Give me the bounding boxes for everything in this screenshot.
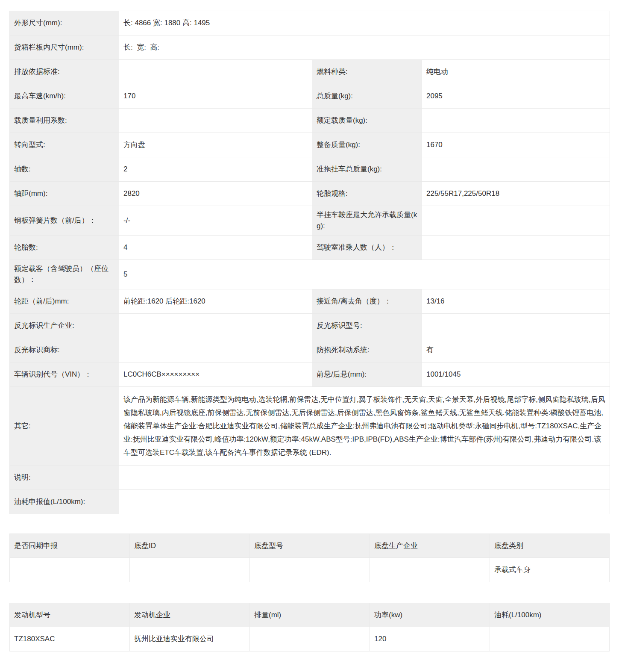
- spec-label: 半挂车鞍座最大允许承载质量(kg):: [312, 206, 422, 236]
- spec-label: 载质量利用系数:: [10, 109, 119, 133]
- table-cell: 抚州比亚迪实业有限公司: [130, 627, 250, 651]
- spec-label: 整备质量(kg):: [312, 133, 422, 157]
- engine-table: 发动机型号 发动机企业 排量(ml) 功率(kw) 油耗(L/100km) TZ…: [9, 603, 610, 651]
- column-header: 底盘型号: [250, 534, 370, 558]
- table-row: 轴距(mm): 2820 轮胎规格: 225/55R17,225/50R18: [10, 182, 610, 206]
- table-row-other: 其它: 该产品为新能源车辆,新能源类型为纯电动,选装轮辋,前保雷达,无中位置灯,…: [10, 387, 610, 466]
- spec-label: 额定载质量(kg):: [312, 109, 422, 133]
- spec-label: 说明:: [10, 466, 119, 490]
- spec-label: 前悬/后悬(mm):: [312, 363, 422, 387]
- spec-value: [422, 109, 610, 133]
- spec-label: 轮距（前/后)mm:: [10, 289, 119, 314]
- table-row: 最高车速(km/h): 170 总质量(kg): 2095: [10, 84, 610, 109]
- spec-label: 钢板弹簧片数（前/后）：: [10, 206, 119, 236]
- spec-value: LC0CH6CB×××××××××: [119, 363, 312, 387]
- spec-value: 170: [119, 84, 312, 109]
- spec-label: 防抱死制动系统:: [312, 338, 422, 363]
- column-header: 油耗(L/100km): [490, 603, 610, 627]
- table-row: 钢板弹簧片数（前/后）： -/- 半挂车鞍座最大允许承载质量(kg):: [10, 206, 610, 236]
- spec-value: [422, 157, 610, 182]
- spec-label: 驾驶室准乘人数（人）：: [312, 236, 422, 260]
- table-row: 油耗申报值(L/100km):: [10, 490, 610, 514]
- spec-value: 长: 宽: 高:: [119, 35, 610, 60]
- spec-value: 4: [119, 236, 312, 260]
- spec-value: 2095: [422, 84, 610, 109]
- spec-label: 额定载客（含驾驶员）（座位数）：: [10, 260, 119, 289]
- spec-value: 2: [119, 157, 312, 182]
- spec-value: 方向盘: [119, 133, 312, 157]
- table-row: TZ180XSAC 抚州比亚迪实业有限公司 120: [10, 627, 610, 651]
- spec-label: 反光标识商标:: [10, 338, 119, 363]
- spec-label: 车辆识别代号（VIN）：: [10, 363, 119, 387]
- spec-label: 轮胎数:: [10, 236, 119, 260]
- table-cell: [250, 558, 370, 582]
- spec-label: 外形尺寸(mm):: [10, 11, 119, 35]
- table-cell: [490, 627, 610, 651]
- table-cell: TZ180XSAC: [10, 627, 130, 651]
- spec-label: 轴距(mm):: [10, 182, 119, 206]
- spec-value: [422, 206, 610, 236]
- spec-value: 13/16: [422, 289, 610, 314]
- spec-label: 油耗申报值(L/100km):: [10, 490, 119, 514]
- spec-value: 有: [422, 338, 610, 363]
- spec-value: 纯电动: [422, 60, 610, 84]
- table-cell: [130, 558, 250, 582]
- table-row: 轮胎数: 4 驾驶室准乘人数（人）：: [10, 236, 610, 260]
- spec-label: 反光标识生产企业:: [10, 314, 119, 338]
- table-row: 货箱栏板内尺寸(mm): 长: 宽: 高:: [10, 35, 610, 60]
- table-header-row: 发动机型号 发动机企业 排量(ml) 功率(kw) 油耗(L/100km): [10, 603, 610, 627]
- spec-value: 1001/1045: [422, 363, 610, 387]
- column-header: 底盘生产企业: [370, 534, 490, 558]
- spec-value: [119, 490, 610, 514]
- table-cell: 承载式车身: [490, 558, 610, 582]
- spec-value: 1670: [422, 133, 610, 157]
- table-cell: [370, 558, 490, 582]
- column-header: 功率(kw): [370, 603, 490, 627]
- spec-label: 轴数:: [10, 157, 119, 182]
- spec-value: 225/55R17,225/50R18: [422, 182, 610, 206]
- table-row: 载质量利用系数: 额定载质量(kg):: [10, 109, 610, 133]
- table-row: 转向型式: 方向盘 整备质量(kg): 1670: [10, 133, 610, 157]
- spec-value: 前轮距:1620 后轮距:1620: [119, 289, 312, 314]
- table-row: 轴数: 2 准拖挂车总质量(kg):: [10, 157, 610, 182]
- column-header: 发动机企业: [130, 603, 250, 627]
- spec-label: 轮胎规格:: [312, 182, 422, 206]
- table-cell: [250, 627, 370, 651]
- column-header: 底盘ID: [130, 534, 250, 558]
- table-row: 车辆识别代号（VIN）： LC0CH6CB××××××××× 前悬/后悬(mm)…: [10, 363, 610, 387]
- vehicle-spec-page: 外形尺寸(mm): 长: 4866 宽: 1880 高: 1495 货箱栏板内尺…: [0, 0, 619, 657]
- chassis-table: 是否同期申报 底盘ID 底盘型号 底盘生产企业 底盘类别 承载式车身: [9, 533, 610, 582]
- table-row: 反光标识商标: 防抱死制动系统: 有: [10, 338, 610, 363]
- spec-label: 燃料种类:: [312, 60, 422, 84]
- spec-value: [422, 314, 610, 338]
- table-cell: 120: [370, 627, 490, 651]
- spec-value: 长: 4866 宽: 1880 高: 1495: [119, 11, 610, 35]
- column-header: 排量(ml): [250, 603, 370, 627]
- column-header: 底盘类别: [490, 534, 610, 558]
- spec-label: 反光标识型号:: [312, 314, 422, 338]
- table-cell: [10, 558, 130, 582]
- main-spec-table: 外形尺寸(mm): 长: 4866 宽: 1880 高: 1495 货箱栏板内尺…: [9, 11, 610, 514]
- table-row: 外形尺寸(mm): 长: 4866 宽: 1880 高: 1495: [10, 11, 610, 35]
- spec-value: [422, 236, 610, 260]
- table-header-row: 是否同期申报 底盘ID 底盘型号 底盘生产企业 底盘类别: [10, 534, 610, 558]
- spec-value: 5: [119, 260, 610, 289]
- table-row: 额定载客（含驾驶员）（座位数）： 5: [10, 260, 610, 289]
- spec-value: [119, 338, 312, 363]
- table-row: 承载式车身: [10, 558, 610, 582]
- spec-label: 准拖挂车总质量(kg):: [312, 157, 422, 182]
- spec-label: 接近角/离去角（度）：: [312, 289, 422, 314]
- spec-value: [119, 60, 312, 84]
- spec-value: [119, 314, 312, 338]
- column-header: 发动机型号: [10, 603, 130, 627]
- table-row: 排放依据标准: 燃料种类: 纯电动: [10, 60, 610, 84]
- spec-label: 最高车速(km/h):: [10, 84, 119, 109]
- spec-label: 总质量(kg):: [312, 84, 422, 109]
- spec-value: -/-: [119, 206, 312, 236]
- table-row: 轮距（前/后)mm: 前轮距:1620 后轮距:1620 接近角/离去角（度）：…: [10, 289, 610, 314]
- table-row: 反光标识生产企业: 反光标识型号:: [10, 314, 610, 338]
- table-row: 说明:: [10, 466, 610, 490]
- spec-value: [119, 109, 312, 133]
- spec-label: 其它:: [10, 387, 119, 466]
- spec-label: 转向型式:: [10, 133, 119, 157]
